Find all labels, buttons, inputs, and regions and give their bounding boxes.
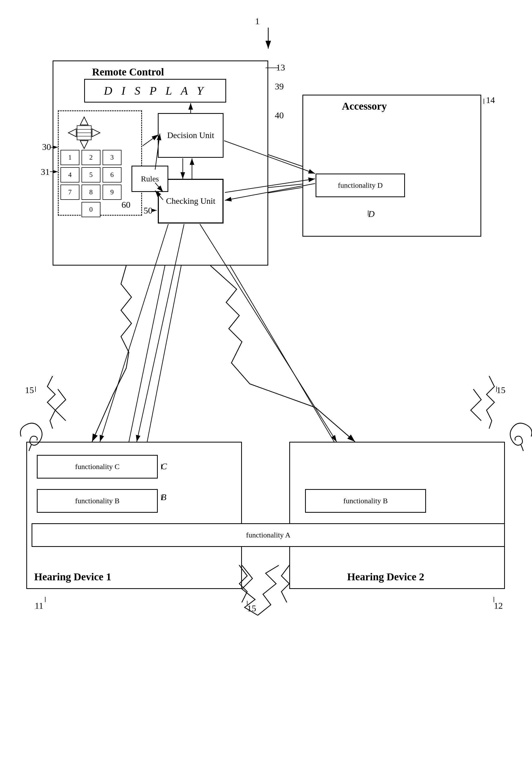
decision-unit-label: Decision Unit (167, 130, 214, 141)
decision-unit-box: Decision Unit (158, 113, 224, 158)
svg-marker-27 (80, 141, 88, 149)
func-a-label: functionality A (246, 531, 291, 539)
ref-11: 11 (35, 601, 43, 611)
func-b1-box: functionality B (37, 489, 158, 513)
ref-31: 31 (41, 167, 50, 177)
key-row-1: 1 2 3 (60, 150, 139, 165)
key-7[interactable]: 7 (60, 185, 79, 200)
key-6[interactable]: 6 (103, 167, 121, 183)
func-d-label: functionality D (338, 181, 383, 190)
display-label: D I S P L A Y (104, 84, 206, 98)
func-d-box: functionality D (316, 174, 405, 197)
ear-icon-right (505, 421, 532, 453)
accessory-box (302, 95, 481, 237)
ref-12-line (491, 597, 496, 605)
wireless-signal-left (37, 376, 68, 428)
svg-marker-28 (68, 129, 76, 137)
func-b1-label: functionality B (75, 497, 120, 505)
ref-c-line (159, 464, 164, 472)
key-1[interactable]: 1 (60, 150, 79, 165)
diagram-container: 1 Remote Control 13 D I S P L A Y 39 40 (0, 0, 532, 762)
ref-30: 30 (42, 142, 51, 152)
svg-marker-29 (92, 129, 100, 137)
ref-60: 60 (121, 200, 130, 210)
ref-39: 39 (275, 82, 284, 92)
ref-15-left: 15 (25, 385, 34, 395)
rules-label: Rules (141, 174, 159, 183)
ref-14: 14 (486, 95, 495, 105)
ref-31-arrow (50, 170, 60, 173)
ref-d-line (365, 210, 371, 218)
func-b2-box: functionality B (305, 489, 426, 513)
checking-unit-label: Checking Unit (166, 195, 215, 207)
rules-box: Rules (131, 166, 168, 192)
accessory-label: Accessory (342, 100, 387, 112)
func-c-box: functionality C (37, 455, 158, 479)
nav-diamond-icon (67, 116, 99, 147)
hd1-label: Hearing Device 1 (34, 571, 111, 583)
ref-50-arrow (151, 209, 159, 212)
key-0[interactable]: 0 (82, 202, 101, 217)
ref-b-line (159, 495, 164, 503)
ref-30-arrow (50, 146, 60, 149)
remote-control-label: Remote Control (92, 66, 164, 78)
key-9[interactable]: 9 (103, 185, 121, 200)
hd2-box (289, 442, 505, 589)
func-c-label: functionality C (75, 463, 120, 471)
wireless-signal-bottom (231, 563, 300, 610)
key-3[interactable]: 3 (103, 150, 121, 165)
key-4[interactable]: 4 (60, 167, 79, 183)
ref-50: 50 (144, 206, 153, 216)
svg-marker-26 (80, 117, 88, 125)
ref-13-line (266, 65, 281, 70)
hd2-label: Hearing Device 2 (347, 571, 424, 583)
wireless-signal-right (473, 376, 505, 428)
key-2[interactable]: 2 (82, 150, 101, 165)
ref-1: 1 (255, 16, 260, 26)
key-row-2: 4 5 6 (60, 167, 139, 183)
ref-11-line (42, 597, 48, 605)
key-row-3: 7 8 9 (60, 185, 139, 200)
func-a-box: functionality A (32, 523, 505, 547)
key-5[interactable]: 5 (82, 167, 101, 183)
key-8[interactable]: 8 (82, 185, 101, 200)
display-box: D I S P L A Y (84, 79, 226, 103)
ref-14-line (481, 99, 487, 107)
ref-40: 40 (275, 111, 284, 120)
func-b2-label: functionality B (343, 497, 388, 505)
